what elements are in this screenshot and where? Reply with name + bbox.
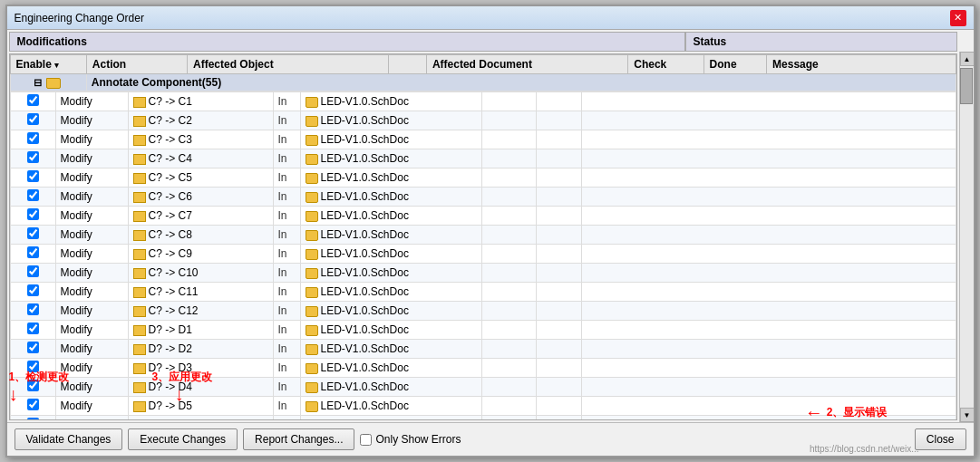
object-cell: C? -> C6 xyxy=(128,188,273,207)
enable-checkbox[interactable] xyxy=(27,380,39,391)
enable-cell[interactable] xyxy=(10,245,55,264)
object-cell: C? -> C3 xyxy=(128,130,273,149)
enable-checkbox[interactable] xyxy=(27,265,39,277)
enable-checkbox[interactable] xyxy=(27,227,39,239)
enable-cell[interactable] xyxy=(10,188,55,207)
done-cell xyxy=(536,302,581,321)
doc-cell: LED-V1.0.SchDoc xyxy=(300,130,481,149)
check-cell xyxy=(481,111,536,130)
scroll-up-button[interactable]: ▲ xyxy=(960,52,974,66)
object-cell: C? -> C9 xyxy=(128,245,273,264)
group-expand-cell[interactable]: ⊟ xyxy=(10,74,86,91)
doc-file-icon xyxy=(306,363,318,374)
close-button[interactable]: Close xyxy=(915,428,966,450)
check-cell xyxy=(481,168,536,188)
enable-checkbox[interactable] xyxy=(27,170,39,182)
object-file-icon xyxy=(133,363,146,374)
doc-file-icon xyxy=(306,306,318,317)
group-label: Annotate Component(55) xyxy=(86,74,956,91)
enable-cell[interactable] xyxy=(10,321,55,340)
in-cell: In xyxy=(273,378,300,397)
enable-checkbox[interactable] xyxy=(27,113,39,125)
enable-cell[interactable] xyxy=(10,359,55,378)
message-cell xyxy=(581,359,956,378)
vertical-scrollbar[interactable]: ▲ ▼ xyxy=(959,52,974,422)
enable-cell[interactable] xyxy=(10,264,55,283)
enable-checkbox[interactable] xyxy=(27,151,39,163)
scroll-thumb[interactable] xyxy=(960,68,973,104)
table-row: Modify C? -> C6 In LED-V1.0.SchDoc xyxy=(10,188,956,207)
doc-file-icon xyxy=(306,325,318,336)
enable-cell[interactable] xyxy=(10,226,55,245)
table-row: Modify D? -> D5 In LED-V1.0.SchDoc xyxy=(10,397,956,416)
in-cell: In xyxy=(273,92,300,111)
action-cell: Modify xyxy=(55,111,128,130)
execute-changes-button[interactable]: Execute Changes xyxy=(128,428,238,450)
enable-checkbox[interactable] xyxy=(27,303,39,315)
enable-cell[interactable] xyxy=(10,378,55,397)
enable-cell[interactable] xyxy=(10,302,55,321)
enable-cell[interactable] xyxy=(10,149,55,168)
object-file-icon xyxy=(133,211,146,222)
enable-checkbox[interactable] xyxy=(27,418,39,420)
doc-cell: LED-V1.0.SchDoc xyxy=(300,207,481,226)
enable-cell[interactable] xyxy=(10,340,55,359)
enable-cell[interactable] xyxy=(10,92,55,111)
doc-file-icon xyxy=(306,287,318,298)
enable-cell[interactable] xyxy=(10,111,55,130)
enable-cell[interactable] xyxy=(10,397,55,416)
enable-cell[interactable] xyxy=(10,130,55,149)
table-row: Modify C? -> C3 In LED-V1.0.SchDoc xyxy=(10,130,956,149)
object-cell: D? -> D5 xyxy=(128,397,273,416)
doc-file-icon xyxy=(306,211,318,222)
done-cell xyxy=(536,226,581,245)
object-cell: C? -> C8 xyxy=(128,226,273,245)
enable-checkbox[interactable] xyxy=(27,208,39,220)
check-cell xyxy=(481,149,536,168)
data-rows-table: Modify C? -> C1 In LED-V1.0.SchDoc Modif… xyxy=(10,91,956,420)
check-cell xyxy=(481,207,536,226)
done-cell xyxy=(536,245,581,264)
object-file-icon xyxy=(133,249,146,260)
action-cell: Modify xyxy=(55,130,128,149)
action-cell: Modify xyxy=(55,359,128,378)
enable-checkbox[interactable] xyxy=(27,284,39,296)
enable-checkbox[interactable] xyxy=(27,246,39,258)
footer: Validate Changes Execute Changes Report … xyxy=(7,422,974,456)
object-file-icon xyxy=(133,306,146,317)
enable-checkbox[interactable] xyxy=(27,189,39,201)
only-show-errors-checkbox[interactable] xyxy=(360,434,372,446)
action-cell: Modify xyxy=(55,264,128,283)
enable-cell[interactable] xyxy=(10,283,55,302)
enable-checkbox[interactable] xyxy=(27,342,39,353)
scroll-track[interactable] xyxy=(960,66,974,408)
enable-checkbox[interactable] xyxy=(27,322,39,334)
collapse-icon[interactable]: ⊟ xyxy=(33,77,44,89)
enable-checkbox[interactable] xyxy=(27,94,39,106)
enable-checkbox[interactable] xyxy=(27,399,39,410)
enable-cell[interactable] xyxy=(10,416,55,421)
in-cell: In xyxy=(273,416,300,421)
enable-checkbox[interactable] xyxy=(27,361,39,372)
enable-cell[interactable] xyxy=(10,168,55,188)
col-header-action: Action xyxy=(86,55,187,74)
enable-cell[interactable] xyxy=(10,207,55,226)
close-window-button[interactable]: ✕ xyxy=(950,10,966,26)
action-cell: Modify xyxy=(55,188,128,207)
in-cell: In xyxy=(273,111,300,130)
message-cell xyxy=(581,92,956,111)
enable-checkbox[interactable] xyxy=(27,132,39,144)
scroll-down-button[interactable]: ▼ xyxy=(960,408,974,422)
message-cell xyxy=(581,416,956,421)
message-cell xyxy=(581,340,956,359)
in-cell: In xyxy=(273,397,300,416)
object-cell: C? -> C7 xyxy=(128,207,273,226)
modifications-header: Modifications xyxy=(9,32,685,52)
done-cell xyxy=(536,111,581,130)
doc-file-icon xyxy=(306,249,318,260)
validate-changes-button[interactable]: Validate Changes xyxy=(15,428,123,450)
report-changes-button[interactable]: Report Changes... xyxy=(243,428,354,450)
table-container[interactable]: Enable ▾ Action Affected Object Affected… xyxy=(9,53,957,420)
action-cell: Modify xyxy=(55,283,128,302)
title-bar: Engineering Change Order ✕ xyxy=(7,6,974,30)
